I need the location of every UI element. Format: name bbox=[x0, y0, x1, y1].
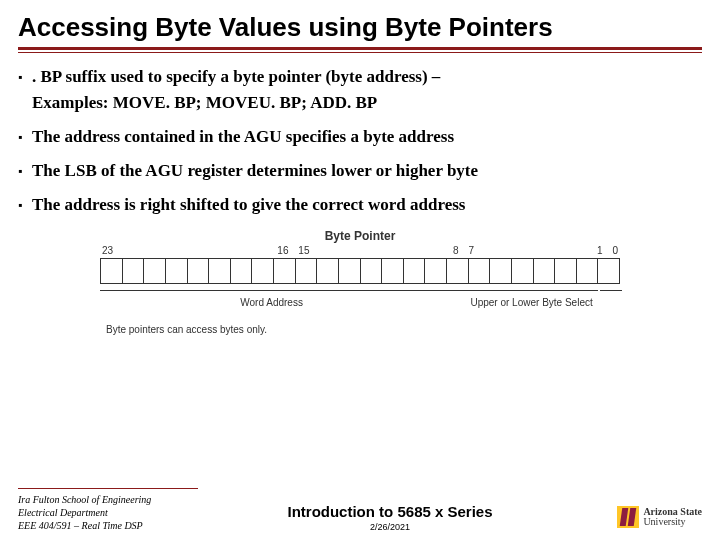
footer-date: 2/26/2021 bbox=[287, 522, 492, 532]
footer-line2: Electrical Department bbox=[18, 506, 198, 519]
bit-label-16: 16 bbox=[277, 245, 288, 256]
asu-text-line2: University bbox=[643, 516, 685, 527]
bullet-1-text: . BP suffix used to specify a byte point… bbox=[32, 67, 440, 86]
bullet-list: . BP suffix used to specify a byte point… bbox=[18, 67, 702, 215]
diagram-title: Byte Pointer bbox=[100, 229, 620, 243]
bit-label-7: 7 bbox=[468, 245, 474, 256]
bit-label-0: 0 bbox=[612, 245, 618, 256]
byte-select-label: Upper or Lower Byte Select bbox=[443, 297, 620, 308]
bit-label-8: 8 bbox=[453, 245, 459, 256]
footer-center-title: Introduction to 5685 x Series bbox=[287, 503, 492, 520]
brace-row bbox=[100, 284, 620, 291]
byte-pointer-diagram: Byte Pointer 23 16 15 8 7 1 0 Word Addre bbox=[100, 229, 620, 335]
word-address-label: Word Address bbox=[100, 297, 443, 308]
asu-logo: Arizona State University bbox=[617, 506, 702, 528]
bullet-2: The address contained in the AGU specifi… bbox=[18, 127, 702, 147]
footer-left: Ira Fulton School of Engineering Electri… bbox=[18, 488, 198, 532]
asu-logo-text: Arizona State University bbox=[643, 507, 702, 527]
bit-ruler bbox=[100, 258, 620, 284]
bullet-1-sub: Examples: MOVE. BP; MOVEU. BP; ADD. BP bbox=[32, 93, 702, 113]
footer-center: Introduction to 5685 x Series 2/26/2021 bbox=[287, 503, 492, 532]
asu-logo-icon bbox=[617, 506, 639, 528]
diagram-caption: Byte pointers can access bytes only. bbox=[100, 324, 620, 335]
footer-line3: EEE 404/591 – Real Time DSP bbox=[18, 519, 198, 532]
divider-thin bbox=[18, 52, 702, 53]
bit-label-15: 15 bbox=[298, 245, 309, 256]
bit-label-1: 1 bbox=[597, 245, 603, 256]
bullet-4: The address is right shifted to give the… bbox=[18, 195, 702, 215]
divider-thick bbox=[18, 47, 702, 50]
footer-line1: Ira Fulton School of Engineering bbox=[18, 493, 198, 506]
page-title: Accessing Byte Values using Byte Pointer… bbox=[18, 12, 702, 43]
label-row: Word Address Upper or Lower Byte Select bbox=[100, 297, 620, 308]
bullet-3: The LSB of the AGU register determines l… bbox=[18, 161, 702, 181]
footer: Ira Fulton School of Engineering Electri… bbox=[0, 488, 720, 532]
bit-label-23: 23 bbox=[102, 245, 113, 256]
bit-labels-row: 23 16 15 8 7 1 0 bbox=[100, 245, 620, 256]
bullet-1: . BP suffix used to specify a byte point… bbox=[18, 67, 702, 113]
footer-right: Arizona State University bbox=[582, 506, 702, 532]
